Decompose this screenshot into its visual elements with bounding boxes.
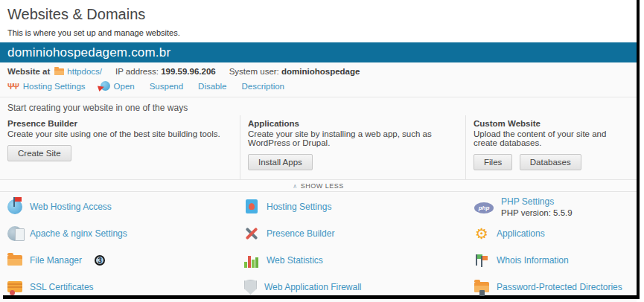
create-options: Presence Builder Create your site using … — [0, 115, 637, 179]
domain-name: dominiohospedagem.com.br — [7, 45, 170, 60]
system-user-value: dominiohospedage — [281, 67, 360, 76]
shortcut-label[interactable]: File Manager — [30, 255, 82, 266]
crossed-tools-icon — [244, 226, 259, 241]
custom-website-desc: Upload the content of your site and crea… — [474, 129, 629, 147]
shortcut-web-statistics[interactable]: Web Statistics — [244, 247, 362, 274]
suspend-link[interactable]: Suspend — [150, 82, 183, 91]
custom-website-option: Custom Website Upload the content of you… — [465, 115, 637, 179]
flag-orange — [481, 256, 488, 267]
open-label[interactable]: Open — [114, 82, 135, 91]
ip-value: 199.59.96.206 — [161, 67, 216, 76]
httpdocs-link[interactable]: httpdocs/ — [67, 67, 102, 76]
show-less-toggle[interactable]: ∧SHOW LESS — [0, 179, 637, 192]
shortcut-label[interactable]: Web Hosting Access — [30, 202, 112, 212]
shortcut-label[interactable]: Applications — [497, 228, 545, 239]
globe-server-icon — [7, 226, 22, 241]
shortcut-hosting-settings[interactable]: Hosting Settings — [244, 193, 362, 220]
files-button[interactable]: Files — [474, 154, 512, 170]
domain-toolbar: Hosting Settings Open Suspend Disable De… — [0, 79, 637, 97]
shortcut-php-settings[interactable]: php PHP Settings PHP version: 5.5.9 — [474, 193, 622, 220]
disable-link[interactable]: Disable — [198, 82, 226, 91]
shortcut-label[interactable]: Whois Information — [497, 255, 569, 266]
hosting-settings-label[interactable]: Hosting Settings — [23, 82, 86, 91]
websites-domains-page: Websites & Domains This is where you set… — [0, 0, 644, 302]
presence-builder-desc: Create your site using one of the best s… — [7, 129, 232, 138]
hosting-settings-link[interactable]: Hosting Settings — [7, 82, 86, 91]
domain-banner: dominiohospedagem.com.br — [0, 42, 637, 62]
open-link[interactable]: Open — [101, 81, 135, 91]
shortcut-applications[interactable]: Applications — [474, 220, 622, 247]
page-subtitle: This is where you set up and manage webs… — [6, 28, 637, 37]
shortcut-grid: Web Hosting Access Apache & nginx Settin… — [0, 192, 637, 302]
shortcut-file-manager[interactable]: File Manager 3 — [7, 247, 127, 274]
shortcut-web-hosting-access[interactable]: Web Hosting Access — [7, 193, 127, 220]
forks-icon — [7, 82, 19, 91]
shortcut-label[interactable]: Web Application Firewall — [264, 282, 362, 292]
show-less-label: SHOW LESS — [301, 182, 344, 190]
applications-desc: Create your site by installing a web app… — [248, 129, 458, 147]
applications-title: Applications — [248, 119, 458, 128]
php-version-text: PHP version: 5.5.9 — [501, 208, 573, 217]
chevron-up-icon: ∧ — [293, 183, 297, 190]
install-apps-button[interactable]: Install Apps — [248, 154, 313, 170]
create-section-heading: Start creating your website in one of th… — [0, 97, 637, 115]
shortcut-label[interactable]: Web Statistics — [267, 255, 323, 266]
folder-lock-icon — [474, 280, 489, 295]
create-site-button[interactable]: Create Site — [7, 145, 71, 161]
shortcut-label[interactable]: Hosting Settings — [267, 202, 331, 212]
php-logo-icon: php — [474, 202, 494, 213]
shortcut-presence-builder[interactable]: Presence Builder — [244, 220, 362, 247]
page-title: Websites & Domains — [7, 6, 637, 23]
databases-button[interactable]: Databases — [520, 154, 581, 170]
description-link[interactable]: Description — [241, 82, 284, 91]
globe-flag-icon — [7, 199, 22, 214]
presence-builder-option: Presence Builder Create your site using … — [0, 115, 240, 179]
shortcut-whois-information[interactable]: Whois Information — [474, 247, 622, 274]
shortcut-apache-nginx-settings[interactable]: Apache & nginx Settings — [7, 220, 127, 247]
annotation-badge-3: 3 — [95, 255, 105, 266]
shortcut-label[interactable]: Presence Builder — [267, 228, 334, 239]
scroll-drop-icon — [244, 199, 259, 214]
screenshot-border-bottom — [3, 295, 637, 299]
bar-chart-icon — [244, 253, 259, 268]
shortcut-label[interactable]: Apache & nginx Settings — [30, 228, 127, 239]
flags-icon — [474, 253, 489, 268]
folder-icon — [7, 253, 22, 268]
gear-icon — [474, 226, 489, 241]
custom-website-title: Custom Website — [474, 119, 629, 128]
domain-info-row: Website at httpdocs/ IP address: 199.59.… — [0, 62, 637, 79]
certificate-icon — [7, 280, 22, 295]
system-user-label: System user: — [229, 67, 279, 76]
shortcut-label[interactable]: SSL Certificates — [30, 282, 94, 292]
folder-icon — [54, 68, 64, 75]
screenshot-border-right — [637, 0, 640, 299]
shortcut-label[interactable]: PHP Settings — [501, 196, 573, 207]
presence-builder-title: Presence Builder — [7, 119, 232, 128]
page-header: Websites & Domains This is where you set… — [0, 0, 637, 37]
applications-option: Applications Create your site by install… — [240, 115, 465, 179]
shield-icon — [244, 280, 257, 295]
shortcut-label[interactable]: Password-Protected Directories — [497, 282, 622, 292]
ip-label: IP address: — [115, 67, 159, 76]
website-at-label: Website at — [7, 67, 50, 76]
globe-arrow-icon — [101, 81, 110, 91]
